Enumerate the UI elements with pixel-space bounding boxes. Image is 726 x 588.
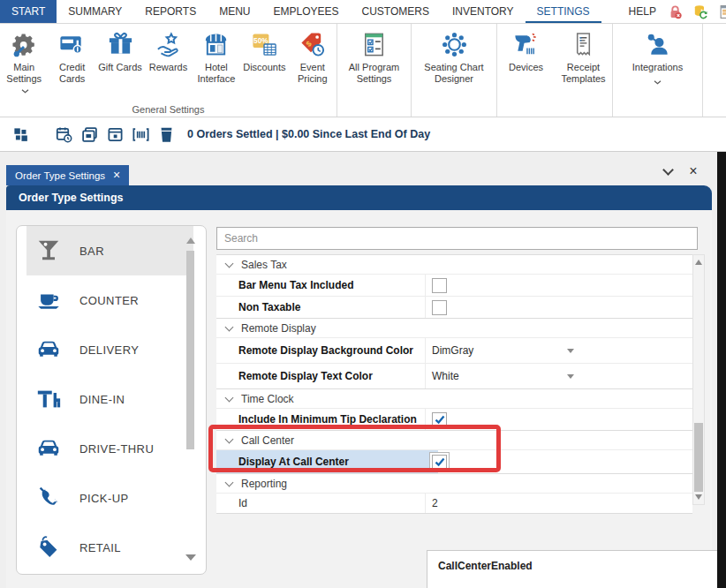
menu-item-inventory[interactable]: INVENTORY [441, 0, 526, 23]
receipt-templates-button[interactable]: Receipt Templates [555, 29, 612, 86]
tab-close-icon[interactable]: × [113, 169, 120, 181]
order-type-bar[interactable]: BAR [26, 226, 193, 275]
main-settings-icon [9, 30, 39, 59]
section-header-time-clock[interactable]: Time Clock [216, 388, 692, 408]
lock-icon[interactable] [668, 4, 683, 19]
scroll-down-arrow-icon[interactable] [695, 494, 702, 500]
dropdown-value[interactable]: DimGray [432, 344, 473, 357]
menubar-right-icons [668, 4, 726, 19]
dashboard-icon[interactable] [12, 126, 29, 143]
event-pricing-button[interactable]: $Event Pricing [289, 29, 337, 86]
credit-cards-button[interactable]: Credit Cards [48, 29, 95, 86]
barcode-icon[interactable] [132, 126, 149, 143]
list-dropdown-arrow-icon[interactable] [185, 554, 196, 561]
rewards-button[interactable]: Rewards [144, 29, 192, 74]
property-row-id: Id2 [216, 493, 692, 513]
grid-scrollbar-thumb[interactable] [694, 423, 703, 492]
order-type-delivery[interactable]: DELIVERY [26, 325, 193, 374]
chevron-down-icon [632, 76, 683, 87]
section-header-sales-tax[interactable]: Sales Tax [216, 254, 692, 274]
property-value: White [426, 364, 692, 388]
menu-item-employees[interactable]: EMPLOYEES [262, 0, 351, 23]
scroll-up-arrow-icon[interactable] [695, 260, 702, 265]
property-value [426, 297, 692, 318]
menu-item-summary[interactable]: SUMMARY [57, 0, 133, 23]
close-icon[interactable]: × [686, 164, 700, 178]
order-type-pick-up[interactable]: PICK-UP [26, 473, 193, 523]
chevron-down-icon [225, 394, 234, 403]
database-sync-icon[interactable] [693, 4, 708, 19]
section-title: Sales Tax [241, 259, 287, 271]
order-type-settings-dialog: Order Type Settings BARCOUNTERDELIVERYDI… [6, 185, 712, 588]
property-value: 2 [426, 494, 692, 513]
phone-pickup-icon [34, 484, 63, 512]
dropdown-arrow-icon[interactable] [567, 374, 574, 379]
property-value [426, 450, 692, 473]
calendar-icon[interactable] [107, 126, 124, 143]
order-type-label: COUNTER [79, 294, 139, 307]
integrations-button[interactable]: Integrations [613, 29, 702, 88]
dropdown-value[interactable]: White [432, 370, 459, 382]
application-window: STARTSUMMARYREPORTSMENUEMPLOYEESCUSTOMER… [0, 0, 726, 588]
grid-scrollbar[interactable] [692, 254, 705, 505]
search-input[interactable] [216, 227, 698, 250]
devices-icon [511, 30, 541, 59]
menu-item-settings[interactable]: SETTINGS [526, 0, 601, 23]
register-icon[interactable] [719, 4, 726, 19]
ribbon-button-label: Devices [509, 62, 543, 73]
checkbox-unchecked[interactable] [432, 278, 447, 293]
menu-item-menu[interactable]: MENU [208, 0, 261, 23]
hotel-interface-button[interactable]: Hotel Interface [193, 29, 240, 86]
property-row-bar-menu-tax-included: Bar Menu Tax Included [216, 274, 692, 296]
order-type-retail[interactable]: RETAIL [26, 523, 193, 572]
tab-order-type-settings[interactable]: Order Type Settings × [6, 165, 129, 185]
discounts-icon: 50% [249, 30, 279, 59]
property-value [426, 275, 692, 296]
order-type-label: DRIVE-THRU [79, 442, 154, 456]
description-panel: CallCenterEnabled [427, 550, 726, 588]
section-header-remote-display[interactable]: Remote Display [216, 318, 692, 337]
property-label: Display At Call Center [216, 450, 426, 473]
order-type-dine-in[interactable]: DINE-IN [26, 374, 193, 424]
order-type-drive-thru[interactable]: DRIVE-THRU [26, 424, 193, 473]
ribbon-button-label: All Program Settings [339, 62, 409, 85]
chevron-down-icon[interactable] [661, 164, 675, 178]
menu-item-reports[interactable]: REPORTS [133, 0, 208, 23]
text-value[interactable]: 2 [432, 497, 438, 509]
order-type-counter[interactable]: COUNTER [26, 275, 193, 325]
main-settings-button[interactable]: Main Settings [0, 29, 48, 98]
ribbon-button-label: Discounts [243, 62, 285, 73]
property-label: Include In Minimum Tip Declaration [216, 409, 426, 430]
calendar-stack-icon[interactable] [81, 126, 98, 143]
property-value: DimGray [426, 338, 692, 363]
ribbon-button-label: Rewards [149, 62, 187, 73]
chevron-down-icon [225, 323, 234, 332]
ribbon-button-label: Integrations [632, 62, 683, 87]
menu-item-customers[interactable]: CUSTOMERS [351, 0, 441, 23]
car-icon [34, 434, 63, 463]
checkbox-checked[interactable] [432, 412, 447, 427]
seating-chart-designer-button[interactable]: Seating Chart Designer [412, 29, 496, 86]
cup-icon[interactable] [158, 126, 175, 143]
all-program-settings-button[interactable]: All Program Settings [337, 29, 411, 86]
menu-item-help[interactable]: HELP [617, 0, 668, 23]
list-scrollbar-thumb[interactable] [186, 251, 194, 449]
calendar-clock-icon[interactable] [56, 126, 72, 143]
dropdown-arrow-icon[interactable] [567, 349, 574, 353]
section-header-reporting[interactable]: Reporting [216, 473, 692, 493]
ribbon-button-label: Receipt Templates [556, 62, 610, 85]
property-value [426, 409, 692, 430]
coffee-cup-icon [34, 286, 63, 314]
scroll-up-arrow-icon[interactable] [186, 237, 195, 244]
checkbox-checked[interactable] [432, 455, 447, 470]
devices-button[interactable]: Devices [497, 29, 555, 74]
order-type-label: PICK-UP [79, 492, 129, 505]
ribbon-button-label: Gift Cards [98, 62, 142, 73]
discounts-button[interactable]: 50%Discounts [240, 29, 288, 74]
section-header-call-center[interactable]: Call Center [216, 430, 692, 449]
martini-icon [34, 237, 63, 265]
dialog-title: Order Type Settings [6, 185, 712, 210]
checkbox-unchecked[interactable] [432, 300, 447, 315]
gift-cards-button[interactable]: Gift Cards [96, 29, 144, 74]
menu-item-start[interactable]: START [0, 0, 57, 23]
